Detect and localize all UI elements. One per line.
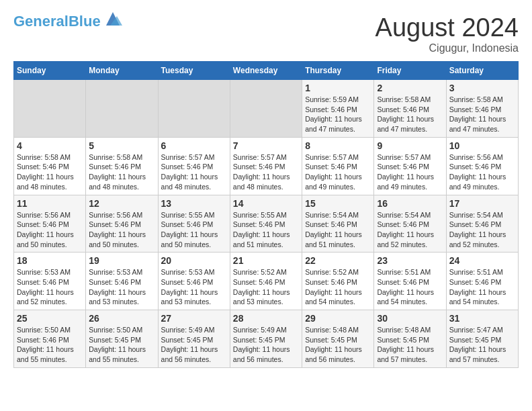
- day-info: Sunrise: 5:49 AMSunset: 5:45 PMDaylight:…: [233, 325, 299, 365]
- day-number: 27: [161, 313, 227, 324]
- day-info: Sunrise: 5:56 AMSunset: 5:46 PMDaylight:…: [449, 152, 515, 192]
- location-subtitle: Cigugur, Indonesia: [375, 42, 519, 54]
- day-info: Sunrise: 5:51 AMSunset: 5:46 PMDaylight:…: [449, 267, 515, 307]
- day-number: 4: [17, 140, 83, 151]
- day-number: 28: [233, 313, 299, 324]
- calendar-cell: 14Sunrise: 5:55 AMSunset: 5:46 PMDayligh…: [230, 195, 302, 253]
- calendar-cell: 28Sunrise: 5:49 AMSunset: 5:45 PMDayligh…: [230, 310, 302, 368]
- day-number: 5: [89, 140, 154, 151]
- day-number: 7: [233, 140, 299, 151]
- day-number: 13: [161, 198, 227, 209]
- day-info: Sunrise: 5:49 AMSunset: 5:45 PMDaylight:…: [161, 325, 227, 365]
- calendar-cell: 19Sunrise: 5:53 AMSunset: 5:46 PMDayligh…: [86, 253, 158, 310]
- day-info: Sunrise: 5:52 AMSunset: 5:46 PMDaylight:…: [305, 267, 371, 307]
- day-info: Sunrise: 5:56 AMSunset: 5:46 PMDaylight:…: [89, 210, 154, 250]
- calendar-week-row: 1Sunrise: 5:59 AMSunset: 5:46 PMDaylight…: [14, 80, 519, 138]
- day-info: Sunrise: 5:56 AMSunset: 5:46 PMDaylight:…: [17, 210, 83, 250]
- day-info: Sunrise: 5:57 AMSunset: 5:46 PMDaylight:…: [161, 152, 227, 192]
- calendar-cell: 17Sunrise: 5:54 AMSunset: 5:46 PMDayligh…: [446, 195, 518, 253]
- day-info: Sunrise: 5:58 AMSunset: 5:46 PMDaylight:…: [449, 95, 515, 134]
- calendar-cell: 25Sunrise: 5:50 AMSunset: 5:46 PMDayligh…: [14, 310, 86, 368]
- weekday-header-saturday: Saturday: [446, 62, 518, 80]
- page-header: GeneralBlue August 2024 Cigugur, Indones…: [13, 13, 519, 54]
- calendar-week-row: 18Sunrise: 5:53 AMSunset: 5:46 PMDayligh…: [14, 253, 519, 310]
- calendar-cell: 24Sunrise: 5:51 AMSunset: 5:46 PMDayligh…: [446, 253, 518, 310]
- weekday-header-tuesday: Tuesday: [158, 62, 230, 80]
- day-info: Sunrise: 5:58 AMSunset: 5:46 PMDaylight:…: [89, 152, 154, 192]
- calendar-cell: 26Sunrise: 5:50 AMSunset: 5:45 PMDayligh…: [86, 310, 158, 368]
- day-info: Sunrise: 5:53 AMSunset: 5:46 PMDaylight:…: [161, 267, 227, 307]
- day-number: 29: [305, 313, 371, 324]
- day-number: 20: [161, 255, 227, 266]
- day-info: Sunrise: 5:54 AMSunset: 5:46 PMDaylight:…: [449, 210, 515, 250]
- calendar-cell: 30Sunrise: 5:48 AMSunset: 5:45 PMDayligh…: [374, 310, 446, 368]
- calendar-week-row: 11Sunrise: 5:56 AMSunset: 5:46 PMDayligh…: [14, 195, 519, 253]
- logo: GeneralBlue: [13, 13, 122, 30]
- calendar-cell: 11Sunrise: 5:56 AMSunset: 5:46 PMDayligh…: [14, 195, 86, 253]
- weekday-header-thursday: Thursday: [302, 62, 374, 80]
- day-info: Sunrise: 5:58 AMSunset: 5:46 PMDaylight:…: [17, 152, 83, 192]
- calendar-cell: 27Sunrise: 5:49 AMSunset: 5:45 PMDayligh…: [158, 310, 230, 368]
- calendar-cell: 4Sunrise: 5:58 AMSunset: 5:46 PMDaylight…: [14, 137, 86, 195]
- calendar-cell: 12Sunrise: 5:56 AMSunset: 5:46 PMDayligh…: [86, 195, 158, 253]
- day-info: Sunrise: 5:55 AMSunset: 5:46 PMDaylight:…: [161, 210, 227, 250]
- day-number: 9: [377, 140, 443, 151]
- calendar-cell: 3Sunrise: 5:58 AMSunset: 5:46 PMDaylight…: [446, 80, 518, 138]
- calendar-cell: 20Sunrise: 5:53 AMSunset: 5:46 PMDayligh…: [158, 253, 230, 310]
- day-number: 2: [377, 83, 443, 93]
- day-number: 10: [449, 140, 515, 151]
- day-number: 6: [161, 140, 227, 151]
- calendar-cell: 7Sunrise: 5:57 AMSunset: 5:46 PMDaylight…: [230, 137, 302, 195]
- day-number: 15: [305, 198, 371, 209]
- weekday-header-row: SundayMondayTuesdayWednesdayThursdayFrid…: [14, 62, 519, 80]
- day-info: Sunrise: 5:47 AMSunset: 5:45 PMDaylight:…: [449, 325, 515, 365]
- day-number: 25: [17, 313, 83, 324]
- day-number: 31: [449, 313, 515, 324]
- day-number: 12: [89, 198, 154, 209]
- weekday-header-wednesday: Wednesday: [230, 62, 302, 80]
- day-info: Sunrise: 5:57 AMSunset: 5:46 PMDaylight:…: [377, 152, 443, 192]
- calendar-cell: 23Sunrise: 5:51 AMSunset: 5:46 PMDayligh…: [374, 253, 446, 310]
- calendar-cell: 5Sunrise: 5:58 AMSunset: 5:46 PMDaylight…: [86, 137, 158, 195]
- day-number: 21: [233, 255, 299, 266]
- day-number: 11: [17, 198, 83, 209]
- day-info: Sunrise: 5:58 AMSunset: 5:46 PMDaylight:…: [377, 95, 443, 134]
- logo-line2: Blue: [69, 13, 101, 30]
- weekday-header-friday: Friday: [374, 62, 446, 80]
- calendar-cell: 8Sunrise: 5:57 AMSunset: 5:46 PMDaylight…: [302, 137, 374, 195]
- day-number: 18: [17, 255, 83, 266]
- day-info: Sunrise: 5:53 AMSunset: 5:46 PMDaylight:…: [17, 267, 83, 307]
- calendar-week-row: 4Sunrise: 5:58 AMSunset: 5:46 PMDaylight…: [14, 137, 519, 195]
- calendar-cell: 22Sunrise: 5:52 AMSunset: 5:46 PMDayligh…: [302, 253, 374, 310]
- day-info: Sunrise: 5:54 AMSunset: 5:46 PMDaylight:…: [377, 210, 443, 250]
- day-number: 22: [305, 255, 371, 266]
- logo-text: GeneralBlue: [13, 13, 101, 30]
- day-number: 16: [377, 198, 443, 209]
- month-title: August 2024: [375, 13, 519, 42]
- calendar-cell: 21Sunrise: 5:52 AMSunset: 5:46 PMDayligh…: [230, 253, 302, 310]
- day-info: Sunrise: 5:52 AMSunset: 5:46 PMDaylight:…: [233, 267, 299, 307]
- day-info: Sunrise: 5:50 AMSunset: 5:46 PMDaylight:…: [17, 325, 83, 365]
- calendar-cell: 2Sunrise: 5:58 AMSunset: 5:46 PMDaylight…: [374, 80, 446, 138]
- day-info: Sunrise: 5:48 AMSunset: 5:45 PMDaylight:…: [377, 325, 443, 365]
- calendar-cell: 31Sunrise: 5:47 AMSunset: 5:45 PMDayligh…: [446, 310, 518, 368]
- day-info: Sunrise: 5:50 AMSunset: 5:45 PMDaylight:…: [89, 325, 154, 365]
- calendar-cell: 16Sunrise: 5:54 AMSunset: 5:46 PMDayligh…: [374, 195, 446, 253]
- day-number: 1: [305, 83, 371, 93]
- weekday-header-monday: Monday: [86, 62, 158, 80]
- calendar-table: SundayMondayTuesdayWednesdayThursdayFrid…: [13, 61, 519, 368]
- calendar-week-row: 25Sunrise: 5:50 AMSunset: 5:46 PMDayligh…: [14, 310, 519, 368]
- day-info: Sunrise: 5:59 AMSunset: 5:46 PMDaylight:…: [305, 95, 371, 134]
- day-info: Sunrise: 5:57 AMSunset: 5:46 PMDaylight:…: [305, 152, 371, 192]
- calendar-cell: 6Sunrise: 5:57 AMSunset: 5:46 PMDaylight…: [158, 137, 230, 195]
- calendar-cell: [230, 80, 302, 138]
- day-number: 30: [377, 313, 443, 324]
- calendar-cell: 18Sunrise: 5:53 AMSunset: 5:46 PMDayligh…: [14, 253, 86, 310]
- day-number: 24: [449, 255, 515, 266]
- day-number: 19: [89, 255, 154, 266]
- calendar-cell: [86, 80, 158, 138]
- title-block: August 2024 Cigugur, Indonesia: [375, 13, 519, 54]
- day-info: Sunrise: 5:55 AMSunset: 5:46 PMDaylight:…: [233, 210, 299, 250]
- day-info: Sunrise: 5:48 AMSunset: 5:45 PMDaylight:…: [305, 325, 371, 365]
- logo-icon: [103, 9, 122, 28]
